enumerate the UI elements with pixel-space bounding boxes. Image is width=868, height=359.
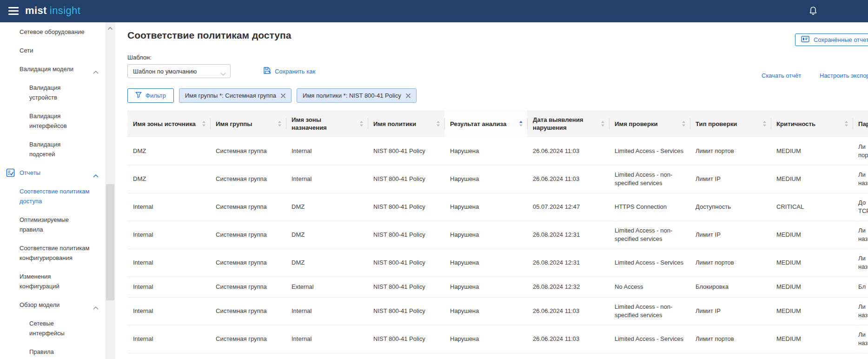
sidebar-item-interface-validation[interactable]: Валидация интерфейсов — [0, 111, 95, 131]
table-cell: DMZ — [286, 249, 368, 277]
table-header: Имя зоны источника Имя группы Имя зоны н… — [127, 110, 868, 137]
table-cell: Лимит портов — [690, 137, 771, 165]
sort-icon — [844, 120, 848, 129]
sidebar-item-networks[interactable]: Сети — [0, 46, 105, 55]
table-cell: NIST 800-41 Policy — [368, 193, 444, 221]
filter-chip-policy-name[interactable]: Имя политики *: NIST 800-41 Policy — [297, 88, 417, 103]
table-cell: Лимит портов — [690, 249, 771, 277]
table-cell: Internal — [286, 137, 368, 165]
content-layout: Сетевое оборудование Сети Валидация моде… — [0, 22, 868, 359]
table-cell: Internal — [127, 221, 210, 249]
table-cell: NIST 800-41 Policy — [368, 165, 444, 193]
saved-reports-button[interactable]: Сохранённые отчеты — [795, 33, 868, 46]
save-as-button[interactable]: Сохранить как — [263, 66, 315, 76]
table-cell: Нарушена — [444, 193, 527, 221]
table-cell: Системная группа — [210, 277, 286, 297]
sort-icon — [682, 120, 686, 129]
table-cell: DMZ — [286, 193, 368, 221]
column-header-group-name[interactable]: Имя группы — [210, 110, 286, 137]
table-cell: Лимит портов — [690, 325, 771, 353]
brand-secondary: insight — [50, 5, 80, 16]
column-header-source-zone[interactable]: Имя зоны источника — [127, 110, 210, 137]
table-cell: Лимит IP — [690, 165, 771, 193]
table-cell: 05.07.2024 12:47 — [527, 193, 609, 221]
configure-export-link[interactable]: Настроить экспорт — [820, 72, 868, 79]
column-header-check-name[interactable]: Имя проверки — [609, 110, 690, 137]
table-cell: Линаз — [853, 249, 868, 277]
chevron-up-icon — [93, 171, 99, 180]
sidebar-item-network-interfaces[interactable]: Сетевые интерфейсы — [0, 319, 95, 338]
table-cell: MEDIUM — [771, 249, 853, 277]
download-report-link[interactable]: Скачать отчёт — [762, 72, 801, 79]
table-cell: NIST 800-41 Policy — [368, 221, 444, 249]
table-cell: Системная группа — [210, 297, 286, 325]
column-header-severity[interactable]: Критичность — [771, 110, 853, 137]
table-row: InternalСистемная группаInternalNIST 800… — [127, 297, 868, 325]
table-cell: MEDIUM — [771, 277, 853, 297]
table-cell: Нарушена — [444, 249, 527, 277]
table-cell: No Access — [609, 277, 690, 297]
violations-table: Имя зоны источника Имя группы Имя зоны н… — [127, 110, 868, 353]
table-cell: Блокировка — [690, 277, 771, 297]
table-cell: Internal — [127, 297, 210, 325]
table-row: InternalСистемная группаInternalNIST 800… — [127, 325, 868, 353]
sidebar-scrollbar[interactable] — [105, 22, 115, 359]
notifications-bell-icon[interactable] — [808, 6, 818, 16]
table-row: InternalСистемная группаDMZNIST 800-41 P… — [127, 221, 868, 249]
table-cell: Limited Access - non-specified services — [609, 165, 690, 193]
table-cell: Internal — [127, 325, 210, 353]
close-icon[interactable] — [406, 93, 411, 98]
filter-chip-group-name[interactable]: Имя группы *: Системная группа — [179, 88, 292, 103]
sidebar-item-config-policy-compliance[interactable]: Соответствие политикам конфигурирования — [0, 243, 105, 263]
sidebar-item-reports[interactable]: Отчеты — [0, 168, 105, 178]
table-cell: MEDIUM — [771, 297, 853, 325]
column-header-check-type[interactable]: Тип проверки — [690, 110, 771, 137]
table-cell: MEDIUM — [771, 325, 853, 353]
filter-button[interactable]: Фильтр — [127, 88, 174, 103]
template-label: Шаблон: — [127, 54, 868, 61]
sidebar-item-subnet-validation[interactable]: Валидация подсетей — [0, 140, 95, 159]
sort-icon — [202, 120, 206, 129]
column-header-analysis-result[interactable]: Результат анализа — [444, 110, 527, 137]
chevron-up-icon — [93, 67, 99, 77]
table-cell: Internal — [286, 325, 368, 353]
table-cell: ДоTCP — [853, 193, 868, 221]
table-cell: Системная группа — [210, 137, 286, 165]
sidebar-item-routing-rules[interactable]: Правила маршрутизации — [0, 347, 95, 359]
table-cell: Limited Access - Services — [609, 249, 690, 277]
table-cell: DMZ — [127, 165, 210, 193]
table-cell: NIST 800-41 Policy — [368, 277, 444, 297]
table-cell: NIST 800-41 Policy — [368, 325, 444, 353]
table-cell: MEDIUM — [771, 165, 853, 193]
column-header-dest-zone[interactable]: Имя зоны назначения — [286, 110, 368, 137]
table-cell: 26.08.2024 12:31 — [527, 221, 609, 249]
table-cell: Internal — [286, 297, 368, 325]
column-header-policy-name[interactable]: Имя политики — [368, 110, 444, 137]
sidebar-item-model-validation[interactable]: Валидация модели — [0, 64, 105, 74]
table-cell: DMZ — [286, 221, 368, 249]
sidebar-nav: Сетевое оборудование Сети Валидация моде… — [0, 22, 105, 359]
table-cell: Линаз — [853, 297, 868, 325]
chevron-up-icon — [93, 303, 99, 312]
sidebar-item-access-policy-compliance[interactable]: Соответствие политикам доступа — [0, 186, 105, 206]
column-header-parameters[interactable]: Параметры — [853, 110, 868, 137]
sidebar-item-device-validation[interactable]: Валидация устройств — [0, 83, 95, 102]
table-cell: MEDIUM — [771, 137, 853, 165]
table-cell: Internal — [286, 165, 368, 193]
table-cell: DMZ — [127, 137, 210, 165]
table-cell: Нарушена — [444, 325, 527, 353]
scroll-up-icon[interactable] — [107, 24, 113, 32]
sidebar-item-config-changes[interactable]: Изменения конфигураций — [0, 272, 105, 291]
column-header-violation-date[interactable]: Дата выявления нарушения — [527, 110, 609, 137]
scrollbar-thumb[interactable] — [106, 184, 114, 300]
topbar: mistinsight — [0, 0, 868, 22]
sidebar-item-optimizable-rules[interactable]: Оптимизируемые правила — [0, 215, 105, 234]
close-icon[interactable] — [281, 93, 285, 98]
sidebar-item-network-equipment[interactable]: Сетевое оборудование — [0, 27, 105, 37]
sidebar-item-model-overview[interactable]: Обзор модели — [0, 300, 105, 310]
table-cell: Нарушена — [444, 221, 527, 249]
template-select[interactable]: Шаблон по умолчанию — [127, 64, 231, 78]
hamburger-menu-icon[interactable] — [8, 7, 19, 15]
table-cell: Линаз — [853, 221, 868, 249]
table-cell: Доступность — [690, 193, 771, 221]
